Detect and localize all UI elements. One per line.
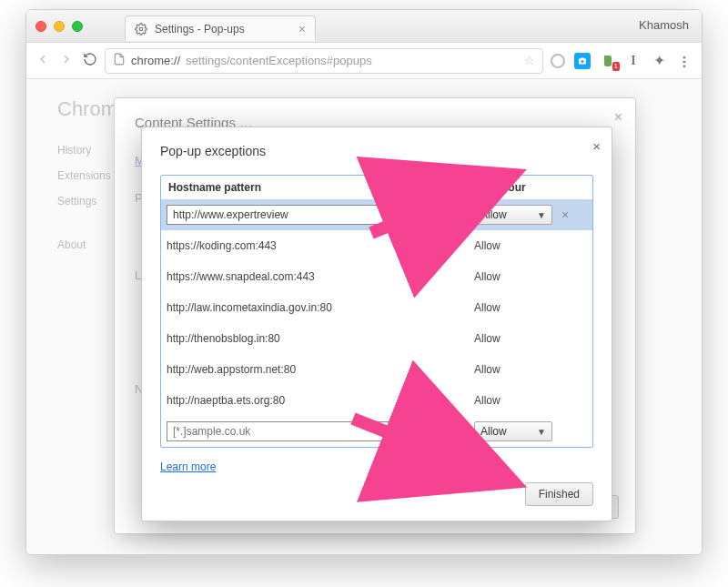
- url-path: settings/contentExceptions#popups: [186, 54, 372, 67]
- hostname-cell: http://naeptba.ets.org:80: [167, 394, 474, 407]
- close-tab-icon[interactable]: ×: [298, 22, 306, 36]
- close-icon[interactable]: ×: [592, 138, 601, 154]
- extension-icons: 1 I ✦ ⋯: [551, 53, 693, 69]
- gear-icon: [135, 23, 147, 35]
- close-icon[interactable]: ×: [614, 109, 622, 126]
- browser-window: Settings - Pop-ups × Khamosh chrome://se…: [25, 9, 703, 555]
- exceptions-table: Hostname pattern Behaviour Allow ▼ ×: [160, 175, 593, 448]
- hostname-cell: http://law.incometaxindia.gov.in:80: [167, 301, 474, 314]
- behaviour-cell: Allow: [474, 363, 587, 376]
- extension-screenshot-icon[interactable]: [574, 53, 591, 69]
- column-hostname: Hostname pattern: [168, 181, 472, 194]
- table-row[interactable]: http://law.incometaxindia.gov.in:80 Allo…: [161, 292, 592, 323]
- remove-entry-icon[interactable]: ×: [558, 207, 572, 222]
- extension-badge: 1: [612, 62, 620, 71]
- table-row[interactable]: https://www.snapdeal.com:443 Allow: [161, 261, 592, 292]
- browser-tab[interactable]: Settings - Pop-ups ×: [125, 15, 316, 41]
- maximize-window-icon[interactable]: [72, 21, 83, 32]
- table-row[interactable]: http://naeptba.ets.org:80 Allow: [161, 385, 592, 416]
- behaviour-cell: Allow: [474, 270, 587, 283]
- extension-bug-icon[interactable]: ✦: [651, 53, 667, 69]
- behaviour-cell: Allow: [474, 239, 587, 252]
- table-row-editing[interactable]: Allow ▼ ×: [161, 199, 592, 230]
- hostname-input[interactable]: [167, 205, 394, 225]
- popup-exceptions-modal: × Pop-up exceptions Hostname pattern Beh…: [141, 127, 612, 521]
- minimize-window-icon[interactable]: [54, 21, 65, 32]
- finished-button[interactable]: Finished: [525, 482, 593, 506]
- extension-instapaper-icon[interactable]: I: [625, 53, 642, 69]
- behaviour-cell: Allow: [474, 301, 587, 314]
- behaviour-cell: Allow: [474, 332, 587, 345]
- chevron-down-icon: ▼: [537, 210, 546, 220]
- learn-more-link[interactable]: Learn more: [160, 460, 593, 473]
- chevron-down-icon: ▼: [537, 427, 546, 437]
- reload-icon[interactable]: [83, 52, 97, 70]
- behaviour-cell: Allow: [474, 394, 587, 407]
- nav-buttons: [35, 52, 97, 70]
- hostname-cell: https://www.snapdeal.com:443: [167, 270, 474, 283]
- back-icon[interactable]: [35, 52, 50, 70]
- hostname-input-new[interactable]: [167, 421, 394, 441]
- address-bar[interactable]: chrome://settings/contentExceptions#popu…: [105, 48, 543, 74]
- hostname-cell: http://web.appstorm.net:80: [167, 363, 474, 376]
- behaviour-select[interactable]: Allow ▼: [474, 421, 552, 441]
- extension-evernote-icon[interactable]: 1: [600, 53, 616, 69]
- behaviour-select[interactable]: Allow ▼: [474, 205, 552, 225]
- forward-icon[interactable]: [59, 52, 74, 70]
- browser-menu-icon[interactable]: ⋯: [676, 53, 693, 69]
- page-info-icon[interactable]: [113, 53, 126, 68]
- table-row[interactable]: http://thenobsblog.in:80 Allow: [161, 323, 592, 354]
- column-behaviour: Behaviour: [472, 181, 585, 194]
- hostname-cell: https://koding.com:443: [167, 239, 474, 252]
- tab-title: Settings - Pop-ups: [155, 23, 245, 35]
- profile-name: Khamosh: [639, 18, 689, 32]
- table-row-new[interactable]: Allow ▼ ×: [161, 416, 592, 447]
- behaviour-value: Allow: [480, 425, 507, 438]
- behaviour-value: Allow: [480, 208, 507, 221]
- close-window-icon[interactable]: [35, 21, 46, 32]
- extension-circle-icon[interactable]: [551, 54, 565, 68]
- window-controls: [35, 21, 83, 32]
- bookmark-icon[interactable]: ☆: [524, 54, 535, 67]
- browser-toolbar: chrome://settings/contentExceptions#popu…: [26, 43, 702, 79]
- table-header: Hostname pattern Behaviour: [161, 176, 592, 199]
- svg-point-1: [581, 60, 584, 63]
- url-host: chrome://: [131, 54, 180, 67]
- table-row[interactable]: http://web.appstorm.net:80 Allow: [161, 354, 592, 385]
- popup-exceptions-title: Pop-up exceptions: [160, 144, 593, 158]
- table-row[interactable]: https://koding.com:443 Allow: [161, 230, 592, 261]
- hostname-cell: http://thenobsblog.in:80: [167, 332, 474, 345]
- svg-point-0: [139, 27, 143, 31]
- mac-titlebar: Settings - Pop-ups × Khamosh: [26, 10, 702, 43]
